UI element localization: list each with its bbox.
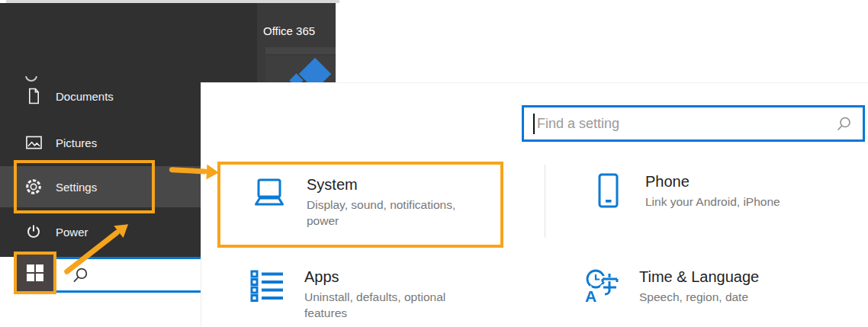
tile-subtitle: Link your Android, iPhone <box>645 194 827 210</box>
settings-tile-phone[interactable]: Phone Link your Android, iPhone <box>590 173 850 210</box>
windows-logo-icon <box>27 264 43 281</box>
settings-search-box <box>522 105 865 142</box>
tile-subtitle: Uninstall, defaults, optional features <box>304 289 486 322</box>
tile-title: Time & Language <box>639 268 830 286</box>
sidebar-item-documents[interactable]: Documents <box>0 79 201 113</box>
apps-list-icon <box>249 268 285 303</box>
office-group-label: Office 365 <box>263 24 315 37</box>
text-cursor <box>533 114 535 134</box>
tile-title: Phone <box>645 173 836 191</box>
column-divider <box>545 165 545 238</box>
highlight-box-system <box>217 162 503 248</box>
sidebar-item-label: Power <box>56 226 88 239</box>
screenshot-root: Office 365 START Documents <box>0 0 868 327</box>
sidebar-item-pictures[interactable]: Pictures <box>0 126 201 159</box>
tile-subtitle: Speech, region, date <box>639 289 821 305</box>
settings-tile-apps[interactable]: Apps Uninstall, defaults, optional featu… <box>249 268 509 322</box>
phone-icon <box>590 173 625 208</box>
time-language-icon: A A <box>584 268 619 303</box>
power-icon <box>25 223 42 240</box>
svg-text:A: A <box>585 287 596 303</box>
settings-search-input[interactable] <box>537 109 827 138</box>
start-button[interactable] <box>14 252 56 294</box>
settings-tile-time-language[interactable]: A A Time & Language Speech, region, date <box>584 268 844 305</box>
pictures-icon <box>25 134 42 151</box>
tile-fragment <box>265 47 336 54</box>
start-menu-rail: Documents Pictures Settings <box>0 3 201 257</box>
taskbar-search-input[interactable] <box>93 261 192 288</box>
highlight-box-settings <box>14 160 155 213</box>
search-icon <box>834 115 853 133</box>
sidebar-item-label: Pictures <box>56 136 97 149</box>
document-icon <box>25 88 42 104</box>
tile-title: Apps <box>304 268 495 286</box>
sidebar-item-label: Documents <box>56 90 114 103</box>
